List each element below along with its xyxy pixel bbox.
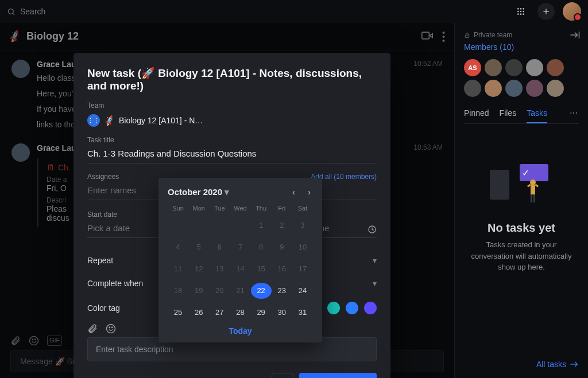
- color-swatch[interactable]: [346, 302, 358, 314]
- clock-icon: [368, 225, 377, 234]
- task-title-label: Task title: [87, 136, 377, 144]
- lock-icon: [464, 32, 470, 38]
- calendar-day[interactable]: 18: [168, 283, 188, 299]
- calendar-day[interactable]: 1: [251, 217, 272, 233]
- members-link[interactable]: Members (10): [464, 42, 514, 52]
- task-title-input[interactable]: [87, 144, 377, 163]
- post-and-close-button[interactable]: Post and close: [299, 373, 377, 378]
- svg-rect-38: [527, 184, 531, 188]
- avatar[interactable]: [505, 80, 523, 97]
- color-swatch[interactable]: [327, 302, 340, 314]
- tabs-more-icon[interactable]: ⋯: [570, 108, 579, 123]
- svg-point-4: [523, 8, 524, 10]
- svg-point-6: [520, 11, 522, 13]
- calendar-day[interactable]: 24: [292, 283, 313, 299]
- chevron-down-icon: ▾: [373, 279, 377, 288]
- calendar-day[interactable]: 3: [292, 217, 313, 233]
- calendar-day[interactable]: 30: [272, 305, 292, 321]
- chevron-down-icon[interactable]: ▾: [225, 187, 229, 197]
- calendar-day[interactable]: 7: [230, 239, 250, 255]
- prev-month-button[interactable]: ‹: [290, 186, 297, 198]
- calendar-day[interactable]: 29: [251, 305, 272, 321]
- avatar[interactable]: [505, 59, 523, 76]
- new-button[interactable]: [537, 3, 555, 20]
- svg-rect-39: [535, 184, 539, 188]
- calendar-day[interactable]: 25: [168, 305, 188, 321]
- svg-point-32: [112, 327, 113, 328]
- tab-pinned[interactable]: Pinned: [464, 108, 489, 123]
- svg-point-8: [517, 13, 519, 15]
- calendar-day[interactable]: 12: [188, 261, 209, 277]
- calendar-day[interactable]: 21: [230, 283, 250, 299]
- tab-tasks[interactable]: Tasks: [527, 108, 547, 123]
- calendar-day[interactable]: 20: [209, 283, 230, 299]
- calendar-day: [209, 217, 230, 233]
- calendar-day[interactable]: 23: [272, 283, 292, 299]
- calendar-day[interactable]: 16: [272, 261, 292, 277]
- dialpad-icon[interactable]: [512, 3, 529, 20]
- dow-label: Sat: [292, 205, 313, 212]
- calendar-day[interactable]: 5: [188, 239, 209, 255]
- svg-rect-37: [531, 185, 535, 194]
- tasks-empty-state: ✓ No tasks yet Tasks created in your con…: [464, 164, 579, 273]
- calendar-day[interactable]: 19: [188, 283, 209, 299]
- dow-label: Tue: [209, 205, 230, 212]
- calendar-day[interactable]: 10: [292, 239, 313, 255]
- private-label: Private team: [474, 31, 512, 39]
- svg-rect-33: [465, 35, 469, 38]
- calendar-day[interactable]: 17: [292, 261, 313, 277]
- calendar-day[interactable]: 26: [188, 305, 209, 321]
- avatar-me[interactable]: [563, 2, 581, 21]
- avatar[interactable]: [485, 59, 502, 76]
- calendar-day[interactable]: 11: [168, 261, 188, 277]
- calendar-day[interactable]: 9: [272, 239, 292, 255]
- tab-files[interactable]: Files: [500, 108, 517, 123]
- search-input[interactable]: [20, 7, 135, 16]
- avatar[interactable]: [464, 80, 481, 97]
- emoji-icon[interactable]: [106, 324, 116, 334]
- next-month-button[interactable]: ›: [305, 186, 313, 198]
- dow-label: Thu: [251, 205, 272, 212]
- svg-point-30: [107, 325, 115, 333]
- svg-point-5: [517, 11, 519, 13]
- avatar[interactable]: [547, 80, 564, 97]
- attach-icon[interactable]: [87, 324, 98, 334]
- modal-title: New task (🚀 Biology 12 [A101] - Notes, d…: [87, 67, 377, 92]
- description-placeholder: Enter task description: [96, 345, 173, 354]
- avatar[interactable]: AS: [464, 59, 481, 76]
- color-tag-label: Color tag: [87, 303, 120, 313]
- team-selector[interactable]: ⋮⋮ 🚀 Biology 12 [A101] - N…: [87, 114, 377, 127]
- search-icon: [7, 7, 16, 16]
- avatar[interactable]: [485, 80, 502, 97]
- calendar-day[interactable]: 28: [230, 305, 250, 321]
- all-tasks-link[interactable]: All tasks: [536, 360, 579, 369]
- member-avatars: AS: [464, 59, 579, 97]
- calendar-day[interactable]: 14: [230, 261, 250, 277]
- calendar-day[interactable]: 31: [292, 305, 313, 321]
- calendar-day[interactable]: 6: [209, 239, 230, 255]
- global-search[interactable]: [7, 7, 506, 16]
- today-button[interactable]: Today: [168, 326, 313, 336]
- calendar-day[interactable]: 15: [251, 261, 272, 277]
- calendar-day[interactable]: 4: [168, 239, 188, 255]
- avatar[interactable]: [526, 80, 543, 97]
- calendar-day[interactable]: 27: [209, 305, 230, 321]
- svg-point-31: [109, 327, 110, 328]
- calendar-day[interactable]: 8: [251, 239, 272, 255]
- empty-body: Tasks created in your conversation will …: [464, 239, 579, 273]
- right-sidebar: Private team Members (10) AS PinnedFiles…: [455, 23, 588, 378]
- avatar[interactable]: [547, 59, 564, 76]
- avatar[interactable]: [526, 59, 543, 76]
- calendar-day[interactable]: 2: [272, 217, 292, 233]
- dow-label: Wed: [230, 205, 250, 212]
- calendar-day: [230, 217, 250, 233]
- svg-rect-40: [531, 194, 532, 202]
- complete-when-label: Complete when: [87, 279, 143, 288]
- topbar: [0, 0, 588, 23]
- collapse-icon[interactable]: [570, 31, 580, 39]
- cancel-button[interactable]: [272, 373, 293, 378]
- calendar-day[interactable]: 13: [209, 261, 230, 277]
- month-label[interactable]: October 2020: [168, 187, 222, 197]
- calendar-day[interactable]: 22: [251, 283, 272, 299]
- color-swatch[interactable]: [364, 302, 377, 314]
